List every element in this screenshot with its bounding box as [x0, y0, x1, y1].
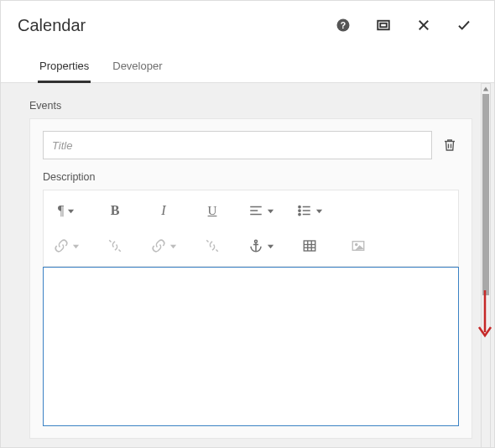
anchor-button[interactable] [243, 232, 279, 259]
svg-marker-12 [267, 210, 273, 214]
event-item-card: Description ¶ B I U [29, 118, 472, 439]
chevron-down-icon [169, 238, 177, 253]
tab-developer[interactable]: Developer [111, 55, 164, 83]
align-left-icon [248, 203, 263, 218]
fullscreen-icon[interactable] [375, 17, 392, 34]
events-section-label: Events [29, 100, 472, 112]
image-button[interactable] [341, 232, 376, 259]
event-title-input[interactable] [43, 131, 432, 159]
table-button[interactable] [292, 232, 327, 259]
chevron-down-icon [72, 238, 80, 253]
italic-icon: I [161, 203, 165, 218]
svg-point-26 [254, 240, 257, 242]
align-button[interactable] [243, 197, 279, 224]
svg-rect-2 [378, 21, 389, 30]
svg-line-22 [119, 250, 121, 252]
link-icon [54, 238, 69, 253]
svg-marker-20 [72, 245, 78, 249]
chevron-down-icon [267, 238, 274, 253]
confirm-check-icon[interactable] [456, 17, 472, 34]
paragraph-format-button[interactable]: ¶ [49, 197, 84, 224]
properties-panel: Events Description ¶ [1, 83, 494, 448]
list-icon [297, 203, 312, 218]
svg-marker-8 [68, 210, 74, 214]
anchor-icon [248, 238, 263, 253]
header-actions: ? [335, 17, 477, 34]
svg-rect-30 [304, 241, 315, 251]
delete-event-button[interactable] [440, 136, 459, 154]
unlink-icon [205, 238, 220, 253]
svg-line-21 [109, 240, 111, 242]
svg-marker-37 [483, 87, 488, 91]
unlink-button[interactable] [97, 232, 133, 259]
panel-wrapper: Events Description ¶ [1, 83, 494, 448]
chevron-down-icon [67, 203, 75, 218]
description-label: Description [43, 171, 459, 183]
svg-point-15 [298, 210, 300, 211]
svg-marker-29 [267, 245, 273, 249]
chevron-down-icon [315, 203, 323, 218]
unlink-icon [107, 238, 122, 253]
svg-point-36 [356, 243, 357, 245]
scroll-up-arrow-icon[interactable] [482, 84, 490, 94]
italic-button[interactable]: I [146, 197, 181, 224]
table-icon [302, 238, 317, 253]
event-title-row [43, 131, 459, 159]
svg-line-24 [206, 240, 208, 242]
underline-button[interactable]: U [195, 197, 230, 224]
chevron-down-icon [267, 203, 274, 218]
svg-marker-19 [315, 210, 321, 214]
help-icon[interactable]: ? [335, 17, 352, 34]
link-button[interactable] [49, 232, 84, 259]
svg-point-17 [298, 213, 300, 215]
rte-toolbar-row-2 [49, 229, 453, 263]
svg-line-25 [216, 250, 218, 252]
bold-icon: B [111, 203, 120, 218]
list-button[interactable] [292, 197, 327, 224]
description-editor[interactable] [43, 267, 459, 426]
underline-icon: U [208, 204, 217, 218]
dialog-header: Calendar ? [1, 1, 494, 48]
rte-toolbar: ¶ B I U [43, 190, 459, 267]
link-icon [151, 238, 166, 253]
rte-toolbar-row-1: ¶ B I U [49, 194, 453, 227]
svg-rect-3 [380, 23, 387, 28]
tab-properties[interactable]: Properties [38, 55, 91, 83]
vertical-scrollbar[interactable] [481, 83, 491, 448]
dialog-title: Calendar [18, 16, 335, 35]
bold-button[interactable]: B [97, 197, 133, 224]
unlink-alt-button[interactable] [195, 232, 230, 259]
svg-text:?: ? [341, 20, 346, 30]
svg-point-13 [298, 206, 300, 207]
pilcrow-icon: ¶ [58, 203, 64, 218]
scrollbar-thumb[interactable] [482, 94, 489, 295]
image-icon [351, 238, 366, 253]
tab-bar: Properties Developer [1, 48, 494, 83]
link-alt-button[interactable] [146, 232, 181, 259]
close-icon[interactable] [415, 17, 432, 34]
svg-marker-23 [169, 245, 175, 249]
